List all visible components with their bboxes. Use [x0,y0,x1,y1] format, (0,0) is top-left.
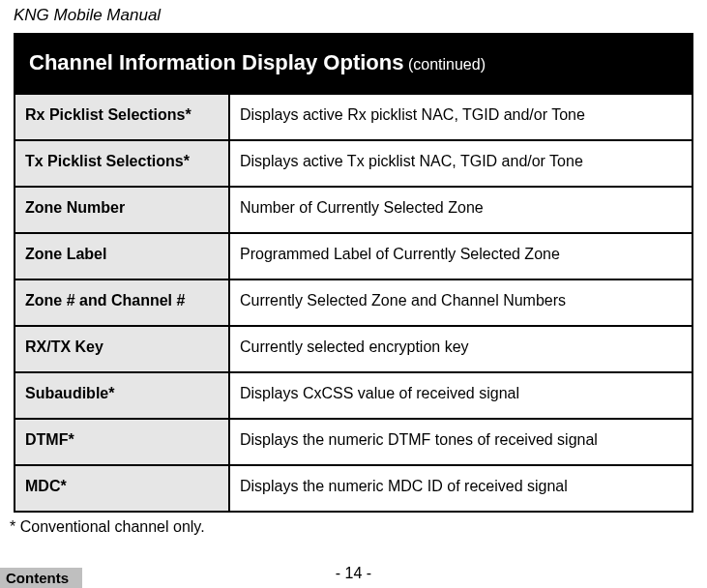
section-title-main: Channel Information Display Options [29,50,403,74]
table-row: Subaudible* Displays CxCSS value of rece… [15,371,692,418]
option-desc: Displays active Rx picklist NAC, TGID an… [230,95,692,139]
option-desc: Displays the numeric MDC ID of received … [230,466,692,511]
table-row: MDC* Displays the numeric MDC ID of rece… [15,464,692,511]
table-row: Tx Picklist Selections* Displays active … [15,139,692,186]
page-footer: - 14 - Contents [0,561,707,588]
option-desc: Displays the numeric DTMF tones of recei… [230,420,692,464]
option-desc: Displays active Tx picklist NAC, TGID an… [230,141,692,186]
section-title-sub: (continued) [408,56,486,73]
table-row: Zone Label Programmed Label of Currently… [15,232,692,279]
table-row: Zone # and Channel # Currently Selected … [15,279,692,325]
option-desc: Currently selected encryption key [230,327,692,371]
options-table: Channel Information Display Options (con… [14,33,693,513]
table-row: Rx Picklist Selections* Displays active … [15,93,692,139]
option-label: MDC* [15,466,230,511]
option-label: DTMF* [15,420,230,464]
option-label: Tx Picklist Selections* [15,141,230,186]
option-desc: Currently Selected Zone and Channel Numb… [230,280,692,325]
option-label: RX/TX Key [15,327,230,371]
option-desc: Programmed Label of Currently Selected Z… [230,234,692,279]
page-header: KNG Mobile Manual [0,0,707,33]
option-label: Zone # and Channel # [15,280,230,325]
option-desc: Displays CxCSS value of received signal [230,373,692,418]
table-row: DTMF* Displays the numeric DTMF tones of… [15,418,692,464]
footnote: * Conventional channel only. [0,513,707,536]
option-desc: Number of Currently Selected Zone [230,188,692,232]
option-label: Zone Label [15,234,230,279]
table-row: Zone Number Number of Currently Selected… [15,186,692,232]
contents-button[interactable]: Contents [0,568,82,588]
option-label: Zone Number [15,188,230,232]
section-header: Channel Information Display Options (con… [15,35,692,93]
option-label: Rx Picklist Selections* [15,95,230,139]
option-label: Subaudible* [15,373,230,418]
table-row: RX/TX Key Currently selected encryption … [15,325,692,371]
page-number: - 14 - [0,565,707,582]
